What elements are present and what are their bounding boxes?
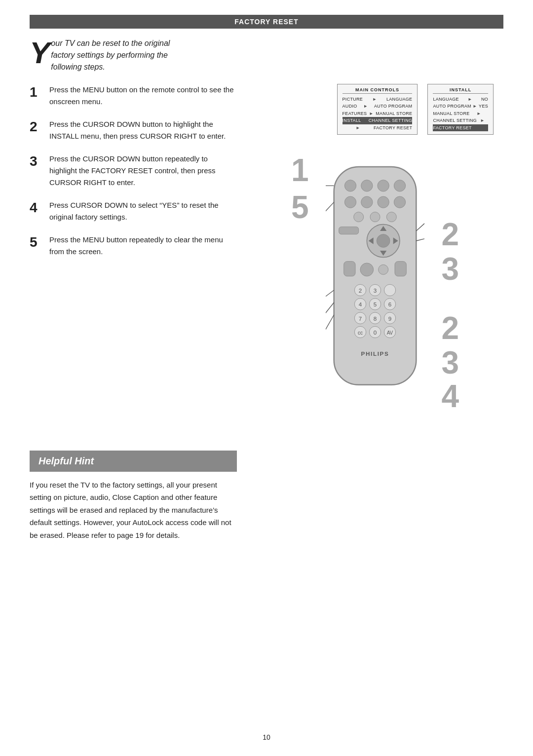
arrow-factory: ►: [356, 124, 360, 131]
remote-wrapper: 1 5 2 3 2 3 4: [291, 145, 459, 411]
install-menu-title: Install: [433, 87, 488, 94]
install-left-language: Language: [433, 96, 458, 103]
svg-text:2: 2: [359, 287, 362, 294]
menu-left-audio: Audio: [343, 103, 357, 110]
svg-text:5: 5: [374, 301, 377, 307]
install-row-factory: Factory Reset: [433, 124, 488, 131]
install-left-auto: Auto Program: [433, 103, 471, 110]
step-4-number: 4: [30, 199, 49, 216]
menu-diagrams: Main Controls Picture ► Language Audio ►…: [337, 84, 494, 135]
step-1: 1 Press the MENU button on the remote co…: [30, 84, 237, 108]
side-label-3-top: 3: [441, 253, 459, 285]
step-3-number: 3: [30, 153, 49, 170]
page-number: 10: [263, 733, 270, 741]
svg-point-9: [354, 212, 364, 222]
intro-line1: our TV can be reset to the original: [51, 38, 170, 49]
main-controls-title: Main Controls: [343, 87, 413, 94]
install-arrow-auto: ►: [473, 103, 477, 110]
menu-right-language: Language: [386, 96, 412, 103]
arrow-audio: ►: [363, 103, 368, 110]
step-1-text: Press the MENU button on the remote cont…: [49, 84, 237, 108]
install-right-yes: Yes: [479, 103, 488, 110]
svg-text:8: 8: [374, 315, 377, 322]
hint-section: Helpful Hint If you reset the TV to the …: [30, 451, 237, 542]
install-arrow-channel: ►: [480, 117, 485, 124]
hint-title: Helpful Hint: [30, 451, 237, 472]
step-3: 3 Press the CURSOR DOWN button repeatedl…: [30, 153, 237, 189]
hint-body: If you reset the TV to the factory setti…: [30, 479, 237, 542]
svg-point-25: [384, 284, 395, 296]
step-4-text: Press CURSOR DOWN to select “YES” to res…: [49, 199, 237, 223]
svg-text:AV: AV: [387, 330, 393, 336]
install-left-channel: Channel Setting: [433, 117, 477, 124]
install-row-channel: Channel Setting ►: [433, 117, 488, 124]
intro-line2: factory settings by performing the: [51, 49, 170, 61]
menu-left-picture: Picture: [343, 96, 363, 103]
install-menu: Install Language ► No Auto Program ► Yes…: [427, 84, 494, 135]
svg-line-49: [416, 216, 424, 231]
svg-text:PHILIPS: PHILIPS: [361, 350, 389, 357]
side-label-4-bot: 4: [441, 380, 459, 412]
arrow-install: ►: [363, 117, 367, 124]
install-arrow-manual: ►: [477, 110, 481, 117]
install-left-manual: Manual Store: [433, 110, 469, 117]
menu-row-features: Features ► Manual Store: [343, 110, 413, 117]
svg-text:0: 0: [374, 329, 377, 336]
step-4: 4 Press CURSOR DOWN to select “YES” to r…: [30, 199, 237, 223]
menu-row-audio: Audio ► Auto Program: [343, 103, 413, 110]
menu-row-picture: Picture ► Language: [343, 96, 413, 103]
header-title: Factory Reset: [234, 18, 298, 26]
svg-rect-20: [395, 262, 406, 276]
svg-point-1: [344, 180, 356, 191]
svg-point-11: [386, 212, 396, 222]
step-5-text: Press the MENU button repeatedly to clea…: [49, 234, 237, 258]
svg-text:6: 6: [388, 301, 391, 307]
svg-line-48: [326, 202, 334, 228]
svg-point-8: [394, 196, 405, 208]
svg-point-10: [370, 212, 380, 222]
page: Factory Reset Y our TV can be reset to t…: [0, 0, 533, 756]
install-arrow-language: ►: [468, 96, 472, 103]
svg-line-52: [326, 302, 334, 323]
menu-right-channel-setting: Channel Setting: [369, 117, 413, 124]
menu-left-install: Install: [343, 117, 361, 124]
arrow-picture: ►: [372, 96, 377, 103]
page-header: Factory Reset: [30, 15, 503, 29]
svg-point-5: [344, 196, 356, 208]
side-label-2-top: 2: [441, 219, 459, 250]
svg-point-4: [394, 180, 405, 191]
step-3-text: Press the CURSOR DOWN button repeatedly …: [49, 153, 237, 189]
svg-point-14: [377, 234, 390, 248]
svg-point-7: [378, 196, 389, 208]
svg-line-53: [326, 315, 334, 343]
install-right-no: No: [481, 96, 488, 103]
svg-rect-19: [344, 262, 355, 276]
intro-line3: following steps.: [51, 61, 170, 73]
step-1-number: 1: [30, 84, 49, 101]
menu-row-install: Install ► Channel Setting: [343, 117, 413, 124]
step-2-number: 2: [30, 118, 49, 135]
side-label-5: 5: [291, 191, 309, 223]
menu-right-auto-program: Auto Program: [374, 103, 412, 110]
svg-line-51: [326, 290, 334, 302]
svg-text:9: 9: [388, 315, 391, 322]
svg-point-6: [361, 196, 373, 208]
menu-row-factory: ► Factory Reset: [343, 124, 413, 131]
svg-text:4: 4: [359, 301, 362, 307]
step-5-number: 5: [30, 234, 49, 251]
svg-text:3: 3: [374, 287, 377, 294]
svg-point-21: [360, 263, 374, 276]
arrow-features: ►: [369, 110, 374, 117]
svg-point-3: [378, 180, 389, 191]
menu-right-factory-reset: Factory Reset: [374, 124, 412, 131]
install-row-auto: Auto Program ► Yes: [433, 103, 488, 110]
intro-block: Y our TV can be reset to the original fa…: [30, 38, 503, 73]
svg-point-2: [361, 180, 373, 191]
drop-cap: Y: [30, 38, 50, 68]
svg-text:7: 7: [359, 315, 362, 322]
svg-point-22: [379, 265, 388, 274]
install-row-language: Language ► No: [433, 96, 488, 103]
svg-text:cc: cc: [358, 330, 363, 336]
svg-rect-12: [339, 227, 359, 234]
main-content: 1 Press the MENU button on the remote co…: [30, 84, 503, 411]
